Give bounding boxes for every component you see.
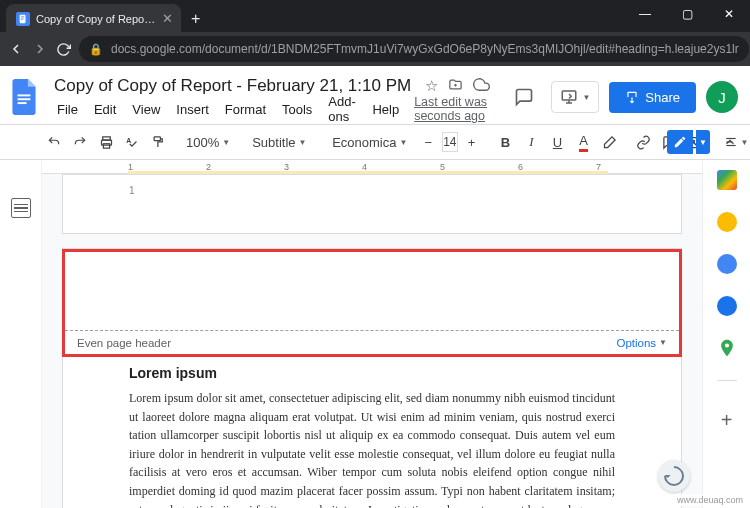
redo-icon[interactable]: [68, 130, 92, 154]
share-label: Share: [645, 90, 680, 105]
font-size-increase[interactable]: +: [460, 130, 484, 154]
document-body[interactable]: Lorem ipsum Lorem ipsum dolor sit amet, …: [63, 357, 681, 508]
hide-menus-icon[interactable]: [718, 130, 742, 154]
url-text: docs.google.com/document/d/1BNDM25FTmvmJ…: [111, 42, 739, 56]
contacts-addon-icon[interactable]: [717, 296, 737, 316]
svg-rect-13: [18, 94, 31, 96]
tab-strip: Copy of Copy of Report - Februa ✕ + — ▢ …: [0, 0, 750, 32]
docs-app: Copy of Copy of Report - February 21, 1:…: [0, 66, 750, 508]
content-area: 1 2 3 4 5 6 7 1 Even page header Options…: [0, 160, 750, 508]
ruler-tick: 5: [440, 162, 445, 172]
insert-link-icon[interactable]: [632, 130, 656, 154]
last-edit-link[interactable]: Last edit was seconds ago: [414, 95, 499, 123]
address-bar: 🔒 docs.google.com/document/d/1BNDM25FTmv…: [0, 32, 750, 66]
docs-header: Copy of Copy of Report - February 21, 1:…: [0, 66, 750, 124]
ruler-tick: 3: [284, 162, 289, 172]
undo-icon[interactable]: [42, 130, 66, 154]
menu-format[interactable]: Format: [218, 99, 273, 120]
outline-toggle-icon[interactable]: [11, 198, 31, 218]
share-button[interactable]: Share: [609, 82, 696, 113]
title-area: Copy of Copy of Report - February 21, 1:…: [50, 74, 499, 120]
menu-view[interactable]: View: [125, 99, 167, 120]
move-folder-icon[interactable]: [448, 77, 463, 95]
menu-tools[interactable]: Tools: [275, 99, 319, 120]
header-type-label: Even page header: [77, 337, 171, 349]
ruler-tick: 6: [518, 162, 523, 172]
toolbar: A 100%▼ Subtitle▼ Economica▼ − 14 + B I …: [0, 124, 750, 160]
new-tab-button[interactable]: +: [181, 6, 210, 32]
doc-paragraph-1: Lorem ipsum dolor sit amet, consectetuer…: [129, 389, 615, 508]
header-label-row: Even page header Options▼: [65, 330, 679, 354]
maps-addon-icon[interactable]: [717, 338, 737, 358]
page-number: 1: [129, 185, 135, 196]
watermark: www.deuaq.com: [674, 494, 746, 506]
menu-insert[interactable]: Insert: [169, 99, 216, 120]
svg-rect-21: [154, 136, 160, 140]
paint-format-icon[interactable]: [146, 130, 170, 154]
highlight-button[interactable]: [598, 130, 622, 154]
page-1[interactable]: 1: [62, 174, 682, 234]
menu-addons[interactable]: Add-ons: [321, 91, 363, 127]
window-close[interactable]: ✕: [708, 0, 750, 28]
user-avatar[interactable]: J: [706, 81, 738, 113]
spellcheck-icon[interactable]: A: [120, 130, 144, 154]
star-icon[interactable]: ☆: [425, 77, 438, 95]
comment-history-icon[interactable]: [507, 80, 541, 114]
nav-reload-icon[interactable]: [56, 37, 71, 61]
tab-title: Copy of Copy of Report - Februa: [36, 13, 156, 25]
font-size-input[interactable]: 14: [442, 132, 457, 152]
grammarly-widget[interactable]: [658, 460, 690, 492]
docs-favicon: [16, 12, 30, 26]
nav-forward-icon[interactable]: [32, 37, 48, 61]
svg-rect-2: [21, 17, 24, 18]
menu-edit[interactable]: Edit: [87, 99, 123, 120]
svg-point-27: [724, 343, 728, 347]
window-minimize[interactable]: —: [624, 0, 666, 28]
bold-button[interactable]: B: [494, 130, 518, 154]
browser-tab[interactable]: Copy of Copy of Report - Februa ✕: [6, 4, 181, 32]
keep-addon-icon[interactable]: [717, 212, 737, 232]
window-controls: — ▢ ✕: [624, 0, 750, 28]
url-field[interactable]: 🔒 docs.google.com/document/d/1BNDM25FTmv…: [79, 36, 749, 62]
print-icon[interactable]: [94, 130, 118, 154]
tab-close-icon[interactable]: ✕: [162, 11, 173, 26]
ruler-tick: 2: [206, 162, 211, 172]
doc-heading: Lorem ipsum: [129, 365, 615, 381]
document-canvas[interactable]: 1 2 3 4 5 6 7 1 Even page header Options…: [42, 160, 702, 508]
ruler-tick: 1: [128, 162, 133, 172]
italic-button[interactable]: I: [520, 130, 544, 154]
docs-logo-icon[interactable]: [6, 79, 42, 115]
ruler[interactable]: 1 2 3 4 5 6 7: [42, 160, 702, 174]
svg-rect-16: [563, 91, 577, 100]
svg-rect-1: [21, 16, 24, 17]
calendar-addon-icon[interactable]: [717, 170, 737, 190]
svg-rect-3: [21, 19, 23, 20]
browser-chrome: Copy of Copy of Report - Februa ✕ + — ▢ …: [0, 0, 750, 66]
font-dropdown[interactable]: Economica▼: [326, 132, 406, 153]
underline-button[interactable]: U: [546, 130, 570, 154]
nav-back-icon[interactable]: [8, 37, 24, 61]
svg-text:A: A: [126, 136, 131, 143]
svg-rect-15: [18, 102, 27, 104]
menu-file[interactable]: File: [50, 99, 85, 120]
window-maximize[interactable]: ▢: [666, 0, 708, 28]
text-color-button[interactable]: A: [572, 130, 596, 154]
page-2[interactable]: Even page header Options▼ Lorem ipsum Lo…: [62, 248, 682, 508]
editing-mode-dropdown[interactable]: ▼: [696, 130, 710, 154]
left-rail: [0, 160, 42, 508]
lock-icon: 🔒: [89, 43, 103, 56]
present-button[interactable]: ▼: [551, 81, 599, 113]
menu-help[interactable]: Help: [365, 99, 406, 120]
get-addons-icon[interactable]: +: [721, 409, 733, 432]
header-options-link[interactable]: Options▼: [616, 337, 667, 349]
font-size-decrease[interactable]: −: [416, 130, 440, 154]
cloud-saved-icon[interactable]: [473, 76, 490, 96]
ruler-tick: 4: [362, 162, 367, 172]
tasks-addon-icon[interactable]: [717, 254, 737, 274]
menu-bar: File Edit View Insert Format Tools Add-o…: [50, 98, 499, 120]
svg-rect-14: [18, 98, 31, 100]
header-region[interactable]: Even page header Options▼: [62, 249, 682, 357]
editing-mode-button[interactable]: [667, 130, 693, 154]
style-dropdown[interactable]: Subtitle▼: [246, 132, 316, 153]
zoom-dropdown[interactable]: 100%▼: [180, 132, 236, 153]
